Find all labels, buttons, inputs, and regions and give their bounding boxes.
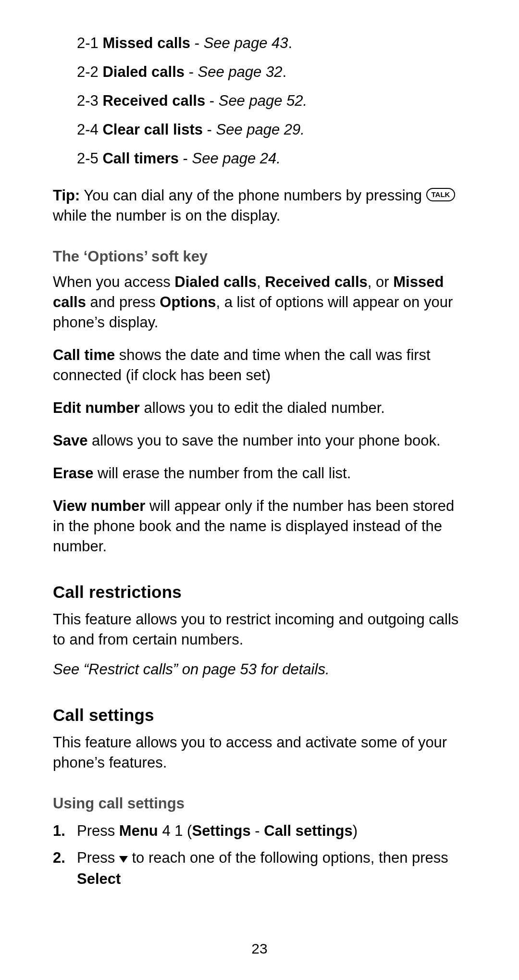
trailing-dot: .: [282, 63, 286, 80]
separator: -: [210, 92, 219, 109]
submenu-item: 2-3 Received calls - See page 52.: [77, 87, 466, 115]
svg-text:TALK: TALK: [431, 190, 450, 198]
option-name: View number: [53, 497, 145, 514]
options-intro: When you access Dialed calls, Received c…: [53, 272, 466, 333]
submenu-title: Call timers: [102, 150, 179, 167]
text-bold: Settings: [192, 822, 250, 839]
submenu-number: 2-4: [77, 121, 99, 138]
text-bold: Received calls: [265, 273, 368, 290]
tip-text-after: while the number is on the display.: [53, 207, 280, 224]
separator: -: [207, 121, 216, 138]
option-name: Call time: [53, 347, 115, 363]
separator: -: [195, 35, 204, 51]
step-body: Press to reach one of the following opti…: [77, 848, 466, 889]
page-ref: See page 43: [204, 35, 288, 51]
steps-list: 1. Press Menu 4 1 (Settings - Call setti…: [53, 821, 466, 889]
option-name: Save: [53, 432, 87, 449]
page-ref: See page 29.: [216, 121, 305, 138]
option-name: Erase: [53, 465, 93, 482]
step-body: Press Menu 4 1 (Settings - Call settings…: [77, 821, 466, 841]
page-ref: See page 52.: [219, 92, 307, 109]
text: 4 1 (: [158, 822, 192, 839]
option-item: Call time shows the date and time when t…: [53, 345, 466, 385]
submenu-title: Received calls: [102, 92, 205, 109]
step-number: 1.: [53, 821, 77, 841]
submenu-list: 2-1 Missed calls - See page 43. 2-2 Dial…: [77, 29, 466, 173]
submenu-title: Missed calls: [102, 35, 190, 51]
text-bold: Dialed calls: [174, 273, 257, 290]
submenu-item: 2-5 Call timers - See page 24.: [77, 144, 466, 173]
text-bold: Options: [160, 294, 216, 310]
submenu-number: 2-3: [77, 92, 99, 109]
call-restrictions-heading: Call restrictions: [53, 583, 466, 602]
submenu-item: 2-4 Clear call lists - See page 29.: [77, 115, 466, 144]
option-item: Edit number allows you to edit the diale…: [53, 398, 466, 418]
submenu-number: 2-5: [77, 150, 99, 167]
tip-label: Tip:: [53, 187, 80, 204]
options-softkey-heading: The ‘Options’ soft key: [53, 248, 466, 265]
option-desc: will erase the number from the call list…: [93, 465, 351, 482]
call-settings-body: This feature allows you to access and ac…: [53, 732, 466, 773]
text: -: [251, 822, 264, 839]
option-item: Erase will erase the number from the cal…: [53, 463, 466, 484]
submenu-number: 2-1: [77, 35, 99, 51]
text-bold: Call settings: [264, 822, 352, 839]
option-item: Save allows you to save the number into …: [53, 431, 466, 451]
text: ): [353, 822, 358, 839]
svg-marker-2: [119, 856, 128, 863]
text: , or: [368, 273, 393, 290]
separator: -: [183, 150, 192, 167]
trailing-dot: .: [288, 35, 292, 51]
option-item: View number will appear only if the numb…: [53, 496, 466, 557]
text: to reach one of the following options, t…: [128, 849, 448, 866]
submenu-title: Dialed calls: [102, 63, 185, 80]
option-desc: allows you to save the number into your …: [87, 432, 440, 449]
submenu-number: 2-2: [77, 63, 99, 80]
text: Press: [77, 849, 119, 866]
page-ref: See page 24.: [192, 150, 281, 167]
call-settings-heading: Call settings: [53, 706, 466, 725]
submenu-item: 2-2 Dialed calls - See page 32.: [77, 58, 466, 87]
step-number: 2.: [53, 848, 77, 868]
page-number: 23: [0, 941, 519, 957]
text: and press: [86, 294, 160, 310]
step-item: 2. Press to reach one of the following o…: [53, 848, 466, 889]
call-restrictions-body: This feature allows you to restrict inco…: [53, 609, 466, 650]
down-arrow-icon: [119, 849, 128, 869]
text-bold: Menu: [119, 822, 158, 839]
page-ref: See page 32: [198, 63, 283, 80]
text-bold: Select: [77, 870, 121, 887]
submenu-item: 2-1 Missed calls - See page 43.: [77, 29, 466, 58]
tip-paragraph: Tip: You can dial any of the phone numbe…: [53, 186, 466, 226]
option-desc: allows you to edit the dialed number.: [140, 399, 385, 416]
talk-key-icon: TALK: [426, 188, 455, 201]
step-item: 1. Press Menu 4 1 (Settings - Call setti…: [53, 821, 466, 841]
text: Press: [77, 822, 119, 839]
text: When you access: [53, 273, 174, 290]
submenu-title: Clear call lists: [102, 121, 203, 138]
separator: -: [189, 63, 198, 80]
call-restrictions-ref: See “Restrict calls” on page 53 for deta…: [53, 659, 466, 680]
option-name: Edit number: [53, 399, 140, 416]
using-call-settings-heading: Using call settings: [53, 795, 466, 812]
tip-text: You can dial any of the phone numbers by…: [80, 187, 426, 204]
text: ,: [257, 273, 265, 290]
manual-page: 2-1 Missed calls - See page 43. 2-2 Dial…: [0, 0, 519, 980]
